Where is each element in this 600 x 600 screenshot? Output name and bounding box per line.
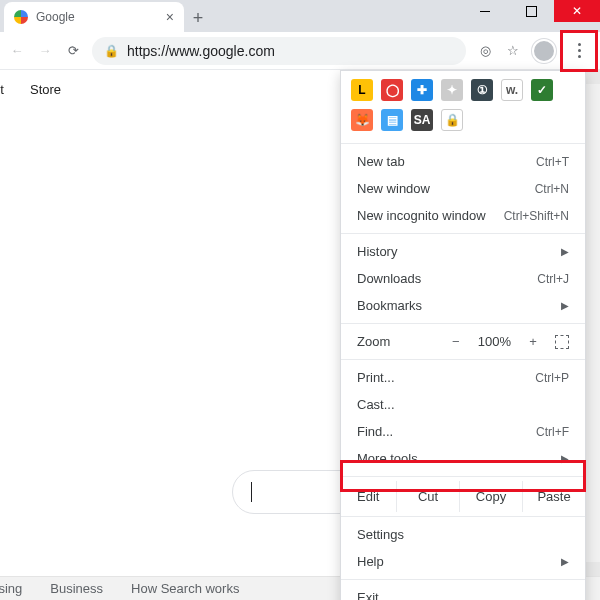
menu-paste[interactable]: Paste <box>523 481 585 512</box>
extension-icon[interactable]: ▤ <box>381 109 403 131</box>
google-favicon-icon <box>14 10 28 24</box>
zoom-value: 100% <box>478 334 511 349</box>
chevron-right-icon: ▶ <box>561 453 569 464</box>
profile-avatar[interactable] <box>532 39 556 63</box>
menu-edit-row: Edit Cut Copy Paste <box>341 481 585 512</box>
menu-history[interactable]: History▶ <box>341 238 585 265</box>
extension-icon[interactable]: SA <box>411 109 433 131</box>
zoom-in-button[interactable]: + <box>525 334 541 349</box>
address-bar[interactable]: 🔒 https://www.google.com <box>92 37 466 65</box>
menu-incognito[interactable]: New incognito windowCtrl+Shift+N <box>341 202 585 229</box>
nav-about[interactable]: About <box>0 82 4 97</box>
menu-exit[interactable]: Exit <box>341 584 585 600</box>
extension-row: L ◯ ✚ ✦ ① w. ✓ 🦊 ▤ SA 🔒 <box>341 71 585 139</box>
zoom-label: Zoom <box>357 334 390 349</box>
chevron-right-icon: ▶ <box>561 300 569 311</box>
back-button[interactable]: ← <box>8 42 26 60</box>
url-text: https://www.google.com <box>127 43 275 59</box>
window-close-button[interactable] <box>554 0 600 22</box>
star-icon[interactable]: ☆ <box>504 42 522 60</box>
menu-new-tab[interactable]: New tabCtrl+T <box>341 148 585 175</box>
tab-title: Google <box>36 10 158 24</box>
titlebar: Google × + <box>0 0 600 32</box>
extension-icon[interactable]: ✓ <box>531 79 553 101</box>
extension-icon[interactable]: w. <box>501 79 523 101</box>
menu-print[interactable]: Print...Ctrl+P <box>341 364 585 391</box>
browser-tab[interactable]: Google × <box>4 2 184 32</box>
window-maximize-button[interactable] <box>508 0 554 22</box>
edit-label: Edit <box>341 481 397 512</box>
menu-downloads[interactable]: DownloadsCtrl+J <box>341 265 585 292</box>
menu-bookmarks[interactable]: Bookmarks▶ <box>341 292 585 319</box>
zoom-out-button[interactable]: − <box>448 334 464 349</box>
nav-store[interactable]: Store <box>30 82 61 97</box>
extension-icon[interactable]: ① <box>471 79 493 101</box>
lock-icon: 🔒 <box>104 44 119 58</box>
menu-cut[interactable]: Cut <box>397 481 460 512</box>
menu-new-window[interactable]: New windowCtrl+N <box>341 175 585 202</box>
menu-help[interactable]: Help▶ <box>341 548 585 575</box>
browser-toolbar: ← → ⟳ 🔒 https://www.google.com ◎ ☆ <box>0 32 600 70</box>
scrollbar[interactable] <box>586 70 600 576</box>
fullscreen-icon[interactable] <box>555 335 569 349</box>
target-icon[interactable]: ◎ <box>476 42 494 60</box>
extension-icon[interactable]: ✚ <box>411 79 433 101</box>
reload-button[interactable]: ⟳ <box>64 42 82 60</box>
menu-find[interactable]: Find...Ctrl+F <box>341 418 585 445</box>
menu-copy[interactable]: Copy <box>460 481 523 512</box>
chevron-right-icon: ▶ <box>561 246 569 257</box>
forward-button[interactable]: → <box>36 42 54 60</box>
new-tab-button[interactable]: + <box>184 4 212 32</box>
extension-icon[interactable]: ◯ <box>381 79 403 101</box>
menu-settings[interactable]: Settings <box>341 521 585 548</box>
extension-icon[interactable]: ✦ <box>441 79 463 101</box>
footer-advertising[interactable]: Advertising <box>0 581 22 596</box>
text-cursor <box>251 482 252 502</box>
chrome-menu-button[interactable] <box>566 38 592 64</box>
window-minimize-button[interactable] <box>462 0 508 22</box>
chevron-right-icon: ▶ <box>561 556 569 567</box>
extension-icon[interactable]: 🔒 <box>441 109 463 131</box>
extension-icon[interactable]: L <box>351 79 373 101</box>
footer-how-search-works[interactable]: How Search works <box>131 581 239 596</box>
tab-close-icon[interactable]: × <box>166 9 174 25</box>
extension-icon[interactable]: 🦊 <box>351 109 373 131</box>
menu-more-tools[interactable]: More tools▶ <box>341 445 585 472</box>
menu-zoom: Zoom − 100% + <box>341 328 585 355</box>
footer-business[interactable]: Business <box>50 581 103 596</box>
menu-cast[interactable]: Cast... <box>341 391 585 418</box>
chrome-menu: L ◯ ✚ ✦ ① w. ✓ 🦊 ▤ SA 🔒 New tabCtrl+T Ne… <box>340 70 586 600</box>
